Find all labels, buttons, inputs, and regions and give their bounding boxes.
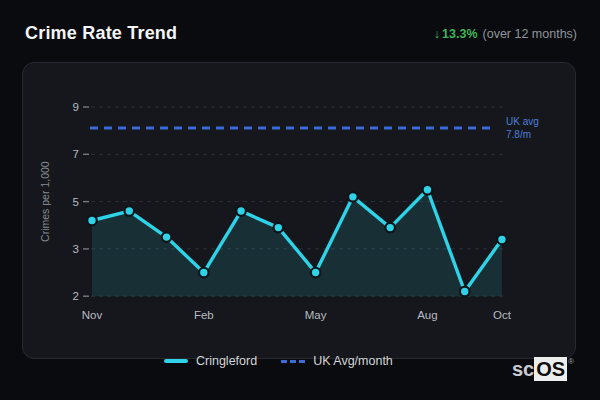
registered-mark-icon: ® [568, 357, 574, 366]
trend-period: (over 12 months) [483, 27, 577, 41]
page-title: Crime Rate Trend [25, 23, 177, 44]
logo-text-os: OS [534, 357, 567, 381]
chart-card [22, 62, 576, 359]
scos-logo: scOS® [512, 357, 574, 381]
legend-label-uk-avg: UK Avg/month [313, 354, 393, 368]
legend-item-cringleford[interactable]: Cringleford [164, 354, 257, 368]
trend-indicator: ↓13.3% (over 12 months) [434, 27, 577, 41]
solid-line-swatch-icon [164, 359, 188, 363]
logo-text-sc: sc [512, 357, 534, 381]
down-arrow-icon: ↓ [434, 27, 440, 41]
legend-label-cringleford: Cringleford [196, 354, 257, 368]
crime-trend-page: Crime Rate Trend ↓13.3% (over 12 months)… [0, 0, 600, 400]
legend-item-uk-avg[interactable]: UK Avg/month [281, 354, 393, 368]
trend-delta: ↓13.3% [434, 27, 478, 41]
trend-value: 13.3% [442, 27, 477, 41]
chart-legend: Cringleford UK Avg/month [164, 354, 393, 368]
dashed-line-swatch-icon [281, 360, 305, 363]
